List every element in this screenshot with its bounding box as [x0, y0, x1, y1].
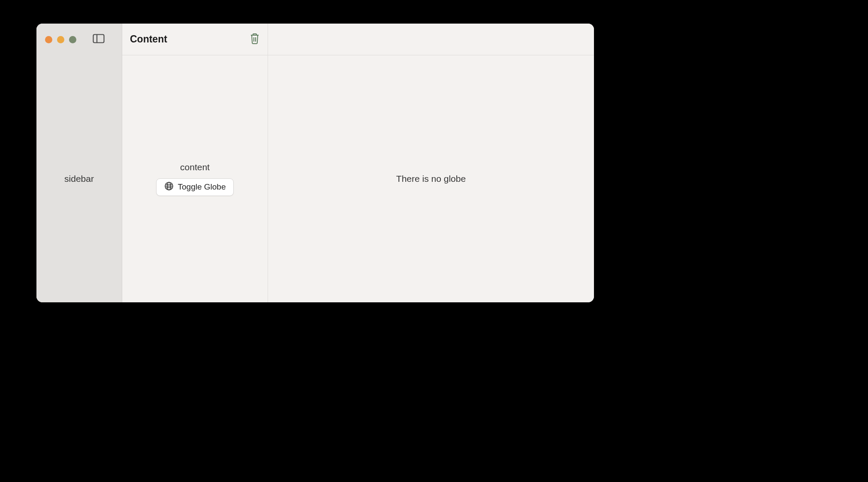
globe-icon [164, 181, 174, 193]
detail-header [268, 24, 594, 55]
sidebar-icon [93, 34, 105, 45]
sidebar-label: sidebar [64, 174, 94, 184]
content-body: content Toggle Globe [122, 55, 268, 302]
svg-rect-0 [93, 35, 104, 43]
toggle-globe-label: Toggle Globe [178, 182, 226, 192]
close-window-button[interactable] [45, 36, 52, 43]
content-header: Content [122, 24, 268, 55]
content-title: Content [130, 33, 167, 45]
content-panel: Content content [122, 24, 268, 302]
detail-panel: There is no globe [268, 24, 594, 302]
sidebar-panel: sidebar [36, 24, 122, 302]
toggle-sidebar-button[interactable] [93, 34, 105, 45]
trash-icon [250, 33, 260, 46]
sidebar-body: sidebar [36, 55, 122, 302]
toggle-globe-button[interactable]: Toggle Globe [156, 178, 234, 196]
detail-body: There is no globe [268, 55, 594, 302]
detail-empty-text: There is no globe [396, 174, 466, 184]
content-body-label: content [180, 162, 210, 172]
delete-button[interactable] [250, 33, 260, 46]
minimize-window-button[interactable] [57, 36, 64, 43]
maximize-window-button[interactable] [69, 36, 76, 43]
app-window: sidebar Content content [36, 24, 594, 302]
traffic-lights [45, 36, 76, 43]
window-titlebar [36, 24, 122, 55]
